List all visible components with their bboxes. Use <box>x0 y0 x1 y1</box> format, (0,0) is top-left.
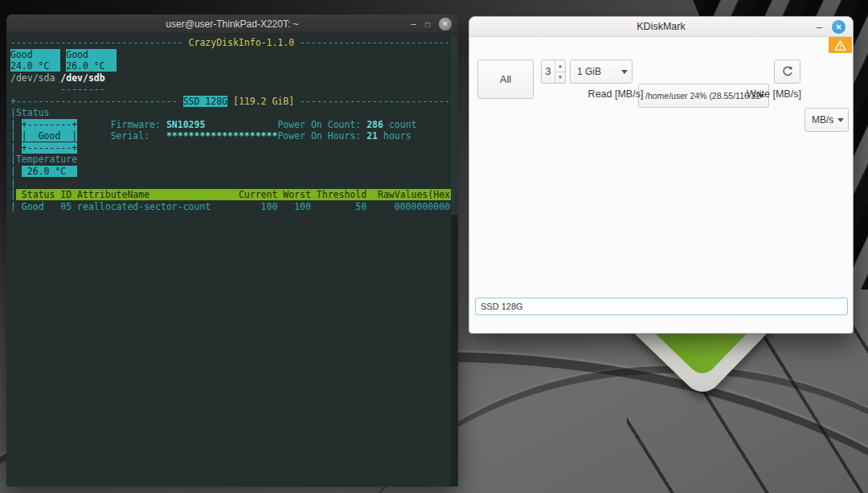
test-size-value: 1 GiB <box>577 66 601 77</box>
terminal-window: user@user-ThinkPad-X220T: ~ – □ ✕ ------… <box>6 14 458 487</box>
terminal-line: |Temperature <box>10 154 458 166</box>
terminal-line: 24.0 °C 26.0 °C <box>10 60 458 72</box>
terminal-line: | Good 05 reallocated-sector-count 100 1… <box>10 201 458 213</box>
close-button[interactable]: ✕ <box>439 18 452 31</box>
run-all-button[interactable]: All <box>477 60 534 99</box>
menubar <box>469 37 853 54</box>
refresh-button[interactable] <box>774 60 800 84</box>
terminal-scrollbar-thumb[interactable] <box>451 34 458 215</box>
kdiskmark-body: All 3 ▲ ▼ 1 GiB /home/user 24% (28.55/11… <box>469 54 853 333</box>
desktop-background: user@user-ThinkPad-X220T: ~ – □ ✕ ------… <box>0 0 868 493</box>
terminal-line: | 26.0 °C <box>10 166 458 178</box>
terminal-line: ------------------------------- CrazyDis… <box>10 37 458 49</box>
warning-triangle-icon <box>834 40 846 51</box>
maximize-button[interactable]: □ <box>425 20 430 29</box>
unit-value: MB/s <box>812 114 833 125</box>
kdiskmark-window: KDiskMark – ✕ All 3 ▲ ▼ <box>469 16 854 334</box>
terminal-line: -------- <box>10 84 458 96</box>
terminal-output: ------------------------------- CrazyDis… <box>6 34 458 487</box>
terminal-line: Good Good <box>10 49 458 61</box>
close-button[interactable]: ✕ <box>832 20 845 34</box>
terminal-line: |Status <box>10 107 458 119</box>
terminal-line: | +--------+ <box>10 142 458 154</box>
read-column-header: Read [MB/s] <box>540 88 691 100</box>
kdiskmark-title: KDiskMark <box>637 21 685 32</box>
warning-icon[interactable] <box>829 37 852 53</box>
test-size-select[interactable]: 1 GiB <box>570 60 633 84</box>
chevron-down-icon <box>621 70 628 77</box>
terminal-scrollbar[interactable] <box>451 34 458 487</box>
chevron-down-icon <box>837 118 844 125</box>
minimize-button[interactable]: – <box>817 21 822 33</box>
loop-count-value: 3 <box>542 66 555 77</box>
terminal-line: | | Good | Serial: ********************P… <box>10 130 458 142</box>
comment-field[interactable] <box>475 298 848 315</box>
unit-select[interactable]: MB/s <box>805 108 849 132</box>
write-column-header: Write [MB/s] <box>698 88 850 100</box>
minimize-button[interactable]: – <box>411 20 416 28</box>
kdiskmark-titlebar[interactable]: KDiskMark – ✕ <box>469 17 853 37</box>
terminal-line: | +--------+ Firmware: SN10295 Power On … <box>10 119 458 131</box>
terminal-title: user@user-ThinkPad-X220T: ~ <box>166 18 298 30</box>
terminal-line: | Status ID AttributeName Current Worst … <box>10 189 458 201</box>
terminal-line: /dev/sda /dev/sdb <box>10 72 458 84</box>
terminal-line: | <box>10 178 458 190</box>
terminal-line: +----------------------------- SSD 128G … <box>10 96 458 108</box>
terminal-titlebar[interactable]: user@user-ThinkPad-X220T: ~ – □ ✕ <box>6 14 458 34</box>
spin-up-icon[interactable]: ▲ <box>555 60 565 72</box>
spin-down-icon[interactable]: ▼ <box>555 72 565 84</box>
refresh-icon <box>781 65 794 78</box>
loop-count-stepper[interactable]: 3 ▲ ▼ <box>541 60 566 84</box>
